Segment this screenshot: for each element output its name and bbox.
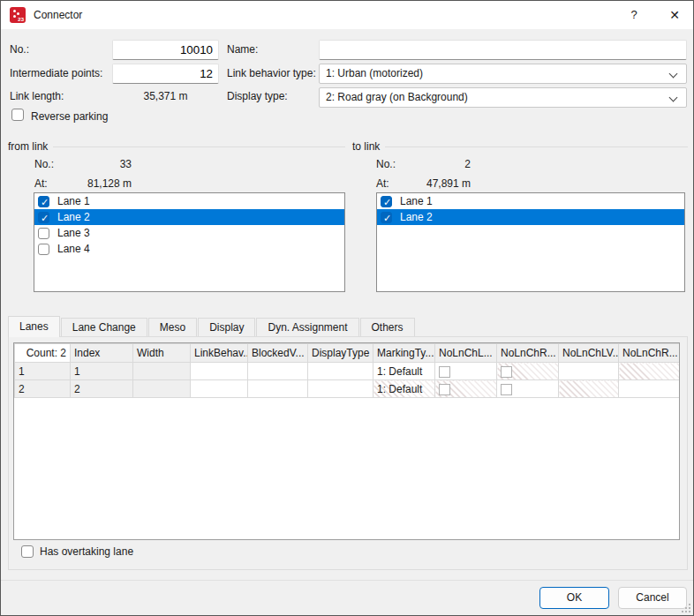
marking-type-cell[interactable]: 1: Default (373, 380, 435, 398)
checkbox-unchecked-icon[interactable] (439, 384, 450, 395)
help-button[interactable]: ? (614, 1, 654, 29)
has-overtaking-lane-label: Has overtaking lane (40, 545, 133, 558)
link-behavior-cell[interactable] (191, 380, 248, 398)
link-behavior-type-value: 1: Urban (motorized) (326, 67, 423, 79)
checkbox-unchecked-icon[interactable] (439, 366, 450, 378)
to-link-at-value: 47,891 m (400, 177, 471, 190)
from-link-no-label: No.: (34, 158, 54, 170)
column-header[interactable]: NoLnChR... (497, 344, 559, 363)
to-link-lane-list[interactable]: ✓ Lane 1 ✓ Lane 2 (376, 192, 685, 292)
no-input[interactable] (112, 40, 219, 60)
list-item[interactable]: ✓ Lane 2 (34, 209, 344, 225)
checkbox-checked-icon[interactable]: ✓ (38, 196, 49, 207)
no-ln-ch-l-cell[interactable] (435, 363, 497, 380)
tab-lane-change[interactable]: Lane Change (61, 318, 147, 337)
no-ln-ch-l-cell[interactable] (435, 380, 497, 398)
to-link-at-label: At: (376, 177, 389, 190)
no-ln-ch-r2-cell[interactable] (619, 380, 680, 398)
ok-button[interactable]: OK (539, 587, 609, 609)
table-header-row: Count: 2 Index Width LinkBehav... Blocke… (15, 344, 680, 363)
display-type-value: 2: Road gray (on Background) (326, 91, 468, 103)
column-header[interactable]: Index (71, 344, 133, 363)
list-item[interactable]: ✓ Lane 1 (34, 193, 344, 209)
no-ln-ch-r-cell[interactable] (497, 363, 559, 380)
chevron-down-icon (669, 70, 678, 79)
from-link-at-label: At: (34, 177, 48, 190)
table-row[interactable]: 1 1 1: Default (15, 363, 680, 380)
no-ln-ch-r2-cell[interactable] (619, 363, 680, 380)
groupbox-rule (385, 146, 688, 147)
close-icon[interactable]: ✕ (654, 1, 694, 29)
lanes-tab-page: Count: 2 Index Width LinkBehav... Blocke… (8, 336, 688, 570)
tab-dyn-assignment[interactable]: Dyn. Assignment (256, 318, 358, 337)
name-input[interactable] (319, 40, 687, 60)
footer-divider (1, 580, 694, 581)
connector-dialog: 23 Connector ? ✕ No.: Name: Intermediate… (0, 0, 694, 616)
tab-meso[interactable]: Meso (148, 318, 197, 337)
column-header[interactable]: DisplayType (308, 344, 373, 363)
checkbox-checked-icon[interactable]: ✓ (381, 212, 392, 223)
checkbox-unchecked-icon[interactable] (501, 384, 512, 395)
from-link-at-value: 81,128 m (61, 177, 132, 190)
checkbox-unchecked-icon[interactable] (38, 228, 49, 239)
link-behavior-type-select[interactable]: 1: Urban (motorized) (319, 64, 687, 84)
lane-label: Lane 2 (400, 211, 433, 223)
width-cell[interactable] (133, 380, 191, 398)
blocked-veh-cell[interactable] (248, 363, 308, 380)
checkbox-unchecked-icon[interactable] (501, 366, 512, 378)
intermediate-points-label: Intermediate points: (10, 67, 102, 79)
display-type-cell[interactable] (308, 363, 373, 380)
to-link-no-value: 2 (400, 158, 471, 170)
count-header-cell[interactable]: Count: 2 (15, 344, 71, 363)
list-item[interactable]: ✓ Lane 2 (377, 209, 684, 225)
no-ln-ch-r-cell[interactable] (497, 380, 559, 398)
column-header[interactable]: Width (133, 344, 191, 363)
cancel-button[interactable]: Cancel (618, 587, 687, 609)
display-type-select[interactable]: 2: Road gray (on Background) (319, 87, 687, 108)
index-cell[interactable]: 2 (71, 380, 133, 398)
tab-others[interactable]: Others (360, 318, 415, 337)
no-ln-ch-lv-cell[interactable] (559, 380, 619, 398)
row-header-cell[interactable]: 1 (15, 363, 71, 380)
column-header[interactable]: BlockedV... (248, 344, 308, 363)
row-header-cell[interactable]: 2 (15, 380, 71, 398)
checkbox-checked-icon[interactable]: ✓ (381, 196, 392, 207)
no-label: No.: (10, 43, 29, 56)
link-behavior-type-label: Link behavior type: (227, 67, 316, 79)
link-length-value: 35,371 m (112, 90, 219, 102)
tab-lanes[interactable]: Lanes (8, 316, 60, 337)
column-header[interactable]: NoLnChL... (435, 344, 497, 363)
no-ln-ch-lv-cell[interactable] (559, 363, 619, 380)
intermediate-points-input[interactable] (112, 64, 219, 84)
table-row[interactable]: 2 2 1: Default (15, 380, 680, 398)
tab-display[interactable]: Display (198, 318, 255, 337)
column-header[interactable]: NoLnChR... (619, 344, 680, 363)
to-link-title: to link (352, 140, 385, 153)
display-type-cell[interactable] (308, 380, 373, 398)
display-type-label: Display type: (227, 90, 288, 102)
column-header[interactable]: MarkingTy... (373, 344, 435, 363)
column-header[interactable]: LinkBehav... (191, 344, 248, 363)
chevron-down-icon (669, 94, 678, 102)
list-item[interactable]: Lane 3 (34, 225, 344, 241)
lane-label: Lane 1 (57, 195, 90, 207)
name-label: Name: (227, 43, 258, 56)
list-item[interactable]: Lane 4 (34, 241, 344, 257)
lanes-grid: Count: 2 Index Width LinkBehav... Blocke… (13, 342, 680, 540)
resize-grip[interactable] (682, 604, 690, 612)
index-cell[interactable]: 1 (71, 363, 133, 380)
from-link-lane-list[interactable]: ✓ Lane 1 ✓ Lane 2 Lane 3 Lane 4 (34, 192, 345, 292)
marking-type-cell[interactable]: 1: Default (373, 363, 435, 380)
blocked-veh-cell[interactable] (248, 380, 308, 398)
reverse-parking-checkbox[interactable] (11, 109, 24, 121)
has-overtaking-lane-checkbox[interactable] (21, 545, 34, 558)
lane-label: Lane 2 (57, 211, 90, 223)
checkbox-unchecked-icon[interactable] (38, 244, 49, 255)
link-length-label: Link length: (10, 90, 64, 102)
list-item[interactable]: ✓ Lane 1 (377, 193, 684, 209)
lane-label: Lane 1 (400, 195, 433, 207)
column-header[interactable]: NoLnChLV... (559, 344, 619, 363)
width-cell[interactable] (133, 363, 191, 380)
link-behavior-cell[interactable] (191, 363, 248, 380)
checkbox-checked-icon[interactable]: ✓ (38, 212, 49, 223)
